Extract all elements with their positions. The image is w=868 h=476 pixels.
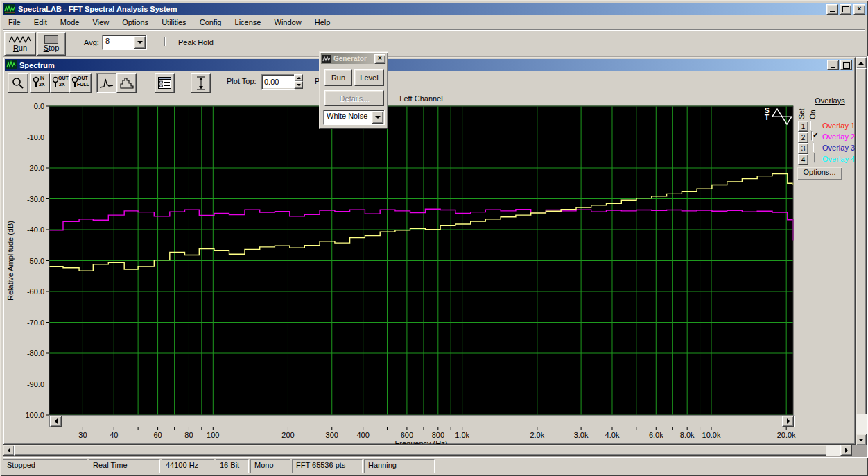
horizontal-scrollbar-thumb[interactable] [14, 445, 828, 456]
vertical-range-icon [196, 76, 207, 90]
close-icon: × [858, 5, 862, 12]
zoom-out-2x-button[interactable]: OUT 2X [50, 73, 70, 93]
overlay-2-set-button[interactable]: 2 [798, 132, 808, 143]
status-mode: Real Time [89, 459, 160, 473]
overlay-4-checkbox[interactable] [814, 153, 815, 163]
svg-text:60: 60 [153, 431, 162, 439]
menu-options[interactable]: Options [116, 16, 154, 28]
generator-details-button[interactable]: Details... [324, 90, 384, 106]
scroll-left-button[interactable] [3, 445, 15, 456]
plot-top-label: Plot Top: [227, 77, 257, 85]
svg-text:-60.0: -60.0 [27, 287, 44, 296]
overlay-3-set-button[interactable]: 3 [798, 143, 808, 154]
overlay-1-checkbox[interactable] [810, 120, 811, 130]
menu-utilities[interactable]: Utilities [156, 16, 191, 28]
sine-wave-icon [772, 108, 792, 126]
menu-help[interactable]: Help [309, 16, 336, 28]
svg-text:30: 30 [78, 431, 87, 439]
st-badge-s: S [765, 108, 770, 114]
svg-text:400: 400 [356, 431, 369, 439]
pan-right-button[interactable] [782, 416, 794, 427]
overlay-4-set-button[interactable]: 4 [798, 154, 808, 165]
minimize-icon [831, 67, 835, 68]
avg-dropdown-button[interactable] [134, 36, 146, 49]
menu-license[interactable]: License [229, 16, 267, 28]
overlay-1-label: Overlay 1 [822, 121, 858, 130]
stop-icon [44, 35, 58, 44]
minimize-button[interactable] [826, 4, 838, 15]
horizontal-scrollbar[interactable] [3, 445, 851, 456]
generator-titlebar: Generator × [321, 53, 386, 64]
plot-range-button[interactable] [191, 73, 211, 93]
vertical-scrollbar-thumb[interactable] [856, 68, 867, 415]
overlay-2-checkbox[interactable] [811, 131, 813, 141]
close-button[interactable]: × [853, 4, 865, 15]
overlay-1-set-button[interactable]: 1 [798, 121, 808, 132]
svg-text:4.0k: 4.0k [605, 431, 620, 439]
generator-run-button[interactable]: Run [324, 69, 352, 86]
overlay-3-checkbox[interactable] [813, 142, 814, 152]
scroll-up-button[interactable] [856, 57, 867, 69]
pan-left-button[interactable] [50, 416, 62, 427]
line-plot-icon [100, 78, 114, 89]
maximize-icon [842, 6, 849, 12]
stop-button[interactable]: Stop [37, 32, 66, 56]
arrow-left-icon [55, 418, 58, 424]
main-titlebar: SpectraLAB - FFT Spectral Analysis Syste… [3, 3, 867, 15]
main-window: SpectraLAB - FFT Spectral Analysis Syste… [0, 0, 868, 476]
run-button[interactable]: Run [4, 32, 36, 56]
menu-view[interactable]: View [87, 16, 114, 28]
spectrum-chart: 0.0-10.0-20.0-30.0-40.0-50.0-60.0-70.0-8… [5, 95, 853, 444]
generator-close-button[interactable]: × [374, 54, 385, 64]
svg-text:10.0k: 10.0k [702, 431, 721, 439]
svg-text:-50.0: -50.0 [27, 257, 44, 265]
svg-text:Relative Amplitude (dB): Relative Amplitude (dB) [6, 221, 15, 300]
status-bar: Stopped Real Time 44100 Hz 16 Bit Mono F… [3, 457, 865, 474]
bar-chart-icon [120, 78, 134, 89]
horizontal-scrollbar-track[interactable] [826, 445, 840, 456]
spectrum-titlebar: Spectrum [5, 59, 853, 71]
maximize-button[interactable] [840, 4, 851, 15]
generator-level-button[interactable]: Level [354, 69, 384, 86]
spectrum-window: Spectrum IN 2X OUT 2X [3, 57, 856, 445]
menu-edit[interactable]: Edit [28, 16, 53, 28]
menu-file[interactable]: File [3, 16, 26, 28]
svg-text:100: 100 [207, 431, 219, 439]
plot-top-input[interactable] [261, 74, 295, 90]
chevron-down-icon [375, 116, 381, 119]
generator-signal-dropdown-button[interactable] [372, 111, 383, 124]
zoom-button[interactable] [8, 73, 28, 93]
overlays-options-button[interactable]: Options... [797, 167, 842, 180]
spinner-down-button[interactable] [294, 81, 303, 89]
vertical-scrollbar[interactable] [856, 57, 867, 445]
display-settings-button[interactable] [155, 73, 175, 93]
peak-hold-checkbox[interactable] [164, 37, 166, 46]
chevron-down-icon [137, 41, 143, 44]
zoom-out-full-button[interactable]: OUT FULL [69, 73, 92, 93]
generator-title: Generator [333, 55, 367, 62]
menu-bar: File Edit Mode View Options Utilities Co… [3, 16, 865, 29]
vertical-scrollbar-track[interactable] [856, 414, 867, 434]
line-plot-button[interactable] [96, 73, 116, 93]
bar-plot-button[interactable] [116, 73, 137, 93]
generator-signal-combobox[interactable]: White Noise [323, 110, 385, 125]
status-bit-depth: 16 Bit [216, 459, 249, 473]
zoom-in-2x-label-top: IN [40, 76, 44, 80]
waveform-icon [9, 35, 31, 44]
svg-text:40: 40 [110, 431, 118, 439]
scroll-right-button[interactable] [840, 445, 852, 456]
menu-window[interactable]: Window [269, 16, 307, 28]
svg-text:Frequency (Hz): Frequency (Hz) [395, 439, 448, 444]
arrow-up-icon [858, 62, 864, 65]
avg-combobox[interactable]: 8 [102, 35, 147, 50]
svg-text:1.0k: 1.0k [455, 431, 469, 439]
scroll-down-button[interactable] [856, 434, 867, 445]
plot-pan-scrollbar[interactable] [49, 415, 795, 427]
zoom-in-2x-button[interactable]: IN 2X [30, 73, 50, 93]
window-title: SpectraLAB - FFT Spectral Analysis Syste… [18, 5, 177, 13]
menu-mode[interactable]: Mode [55, 16, 85, 28]
spectrum-title: Spectrum [19, 61, 55, 69]
spectrum-minimize-button[interactable] [827, 60, 839, 70]
spectrum-maximize-button[interactable] [840, 60, 852, 70]
menu-config[interactable]: Config [194, 16, 227, 28]
